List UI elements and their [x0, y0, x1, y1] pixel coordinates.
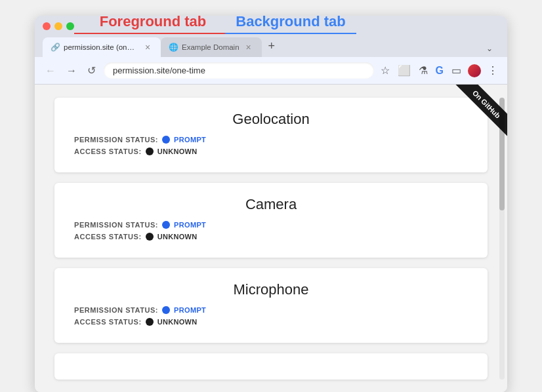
background-tab-label: Background tab [225, 13, 356, 30]
camera-title: Camera [74, 196, 468, 213]
geolocation-title: Geolocation [74, 111, 468, 128]
camera-access-dot [146, 233, 154, 241]
phone-icon[interactable]: ▭ [450, 63, 463, 78]
forward-button[interactable]: → [64, 64, 79, 78]
lab-icon[interactable]: ⚗ [417, 63, 429, 78]
microphone-permission-value: PROMPT [174, 306, 206, 314]
foreground-tab-label: Foreground tab [74, 13, 232, 30]
camera-access-row: ACCESS STATUS: UNKNOWN [74, 233, 468, 241]
extensions-icon[interactable]: ⬜ [396, 63, 412, 78]
background-label-line [225, 33, 356, 34]
tab-close-example[interactable]: × [243, 42, 254, 52]
browser-chrome: 🔗 permission.site (one-time) × 🌐 Example… [35, 16, 507, 392]
geolocation-permission-label: PERMISSION STATUS: [74, 136, 158, 144]
scrollbar-thumb[interactable] [499, 98, 505, 210]
tab-title-example: Example Domain [182, 43, 240, 51]
geolocation-permission-dot [162, 136, 170, 144]
address-bar-row: ← → ↺ ☆ ⬜ ⚗ G ▭ ⋮ [35, 57, 507, 85]
geolocation-access-label: ACCESS STATUS: [74, 147, 142, 155]
tab-permission-site[interactable]: 🔗 permission.site (one-time) × [43, 37, 161, 57]
tabs-dropdown-button[interactable]: ⌄ [480, 40, 499, 57]
foreground-label: Foreground tab [74, 13, 232, 34]
scrollbar[interactable] [499, 98, 505, 380]
minimize-button[interactable] [54, 22, 62, 30]
microphone-permission-row: PERMISSION STATUS: PROMPT [74, 306, 468, 314]
camera-permission-dot [162, 221, 170, 229]
maximize-button[interactable] [66, 22, 74, 30]
tab-title-permission: permission.site (one-time) [64, 43, 138, 51]
microphone-permission-label: PERMISSION STATUS: [74, 306, 158, 314]
tab-favicon-example: 🌐 [169, 43, 178, 52]
menu-icon[interactable]: ⋮ [486, 63, 499, 78]
address-input[interactable] [104, 62, 374, 79]
camera-permission-label: PERMISSION STATUS: [74, 221, 158, 229]
camera-access-value: UNKNOWN [157, 233, 198, 241]
geolocation-permission-row: PERMISSION STATUS: PROMPT [74, 136, 468, 144]
microphone-permission-dot [162, 306, 170, 314]
tab-close-permission[interactable]: × [142, 42, 153, 52]
tabs-row: 🔗 permission.site (one-time) × 🌐 Example… [43, 35, 499, 57]
geolocation-access-row: ACCESS STATUS: UNKNOWN [74, 147, 468, 155]
geolocation-access-value: UNKNOWN [157, 147, 198, 155]
toolbar-icons: ☆ ⬜ ⚗ G ▭ ⋮ [379, 63, 499, 78]
microphone-access-value: UNKNOWN [157, 318, 198, 326]
microphone-access-label: ACCESS STATUS: [74, 318, 142, 326]
back-button[interactable]: ← [43, 64, 58, 78]
reload-button[interactable]: ↺ [85, 63, 98, 78]
geolocation-permission-value: PROMPT [174, 136, 206, 144]
camera-card: Camera PERMISSION STATUS: PROMPT ACCESS … [54, 183, 488, 258]
microphone-access-dot [146, 318, 154, 326]
geolocation-access-dot [146, 147, 154, 155]
tab-example-domain[interactable]: 🌐 Example Domain × [161, 37, 262, 57]
partial-card [54, 353, 488, 380]
profile-icon[interactable] [468, 64, 481, 77]
foreground-label-line [74, 33, 232, 34]
google-icon[interactable]: G [434, 64, 445, 78]
microphone-access-row: ACCESS STATUS: UNKNOWN [74, 318, 468, 326]
microphone-card: Microphone PERMISSION STATUS: PROMPT ACC… [54, 268, 488, 343]
camera-access-label: ACCESS STATUS: [74, 233, 142, 241]
camera-permission-row: PERMISSION STATUS: PROMPT [74, 221, 468, 229]
outer-wrapper: Foreground tab Background tab 🔗 permissi… [35, 13, 507, 392]
background-label: Background tab [225, 13, 356, 34]
github-ribbon[interactable]: On GitHub [442, 85, 507, 150]
camera-permission-value: PROMPT [174, 221, 206, 229]
close-button[interactable] [43, 22, 51, 30]
new-tab-button[interactable]: + [262, 35, 282, 57]
tab-favicon-permission: 🔗 [51, 43, 60, 52]
page-content: On GitHub Geolocation PERMISSION STATUS:… [35, 85, 507, 392]
bookmark-icon[interactable]: ☆ [379, 63, 391, 78]
microphone-title: Microphone [74, 281, 468, 298]
geolocation-card: Geolocation PERMISSION STATUS: PROMPT AC… [54, 98, 488, 172]
